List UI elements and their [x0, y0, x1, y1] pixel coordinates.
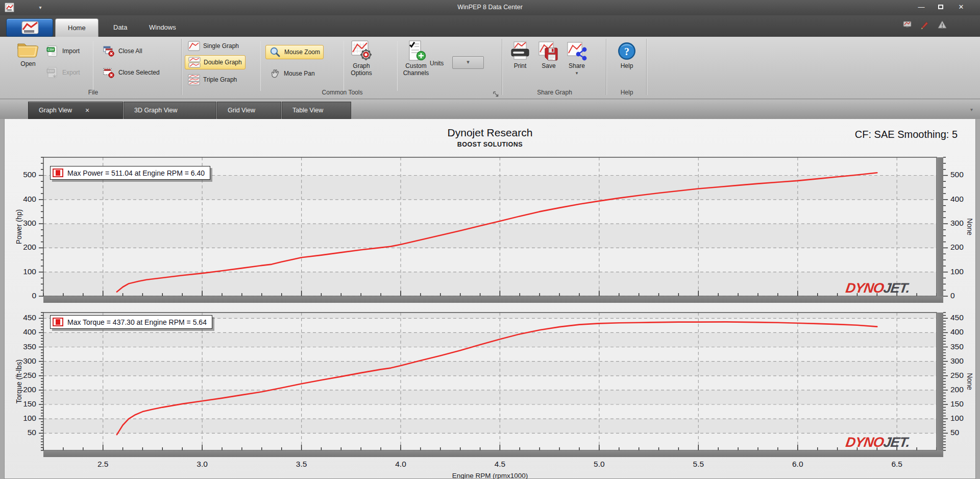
y-tick-label: 500 [7, 170, 36, 179]
group-separator [181, 39, 182, 95]
legend-swatch [53, 169, 63, 177]
mouse-pan-label: Mouse Pan [284, 70, 315, 77]
svg-text:?: ? [624, 46, 629, 57]
save-button[interactable]: Save [536, 41, 561, 69]
share-label: Share [569, 62, 585, 69]
application-menu-button[interactable] [6, 18, 53, 37]
mouse-zoom-button[interactable]: Mouse Zoom [265, 45, 324, 59]
tab-home[interactable]: Home [55, 18, 99, 37]
ribbon: Open CSV Import CSV Export [0, 37, 980, 99]
legend-swatch-square [56, 170, 60, 176]
minimize-button[interactable]: — [914, 2, 929, 12]
x-tick-label: 5.0 [584, 460, 615, 469]
svg-text:CSV: CSV [47, 69, 54, 73]
double-graph-button[interactable]: Double Graph [185, 55, 246, 69]
units-dropdown[interactable]: ▾ [452, 56, 484, 69]
close-all-button[interactable]: Close All [99, 44, 145, 58]
triple-graph-label: Triple Graph [203, 76, 237, 83]
legend-text: Max Torque = 437.30 at Engine RPM = 5.64 [67, 318, 207, 326]
tab-grid-view[interactable]: Grid View [217, 102, 281, 119]
legend-text: Max Power = 511.04 at Engine RPM = 6.40 [67, 169, 205, 177]
y-tick-label: 400 [7, 327, 36, 337]
tab-graph-view[interactable]: Graph View × [28, 102, 123, 119]
tab-table-view[interactable]: Table View [282, 102, 351, 119]
triple-graph-button[interactable]: Triple Graph [185, 73, 240, 87]
share-button[interactable]: Share ▾ [564, 41, 590, 76]
group-label-help: Help [607, 89, 646, 98]
custom-channels-label: Custom Channels [401, 62, 431, 77]
window-title: WinPEP 8 Data Center [0, 4, 980, 11]
plot-bottom-shadow [43, 296, 943, 303]
import-button[interactable]: CSV Import [43, 44, 83, 58]
power-axis-title: Power (hp) [15, 196, 23, 257]
ribbon-tab-strip: Home Data Windows [0, 15, 980, 37]
import-csv-icon: CSV [46, 45, 59, 57]
brush-icon[interactable] [920, 19, 931, 30]
right-axis-title: None [966, 196, 974, 257]
x-tick-label: 5.5 [683, 460, 714, 469]
chevron-down-icon[interactable]: ▾ [970, 107, 973, 112]
close-tab-icon[interactable]: × [85, 106, 89, 114]
y-tick-label-right: 150 [950, 399, 980, 409]
divider [344, 41, 344, 91]
share-icon [566, 41, 587, 61]
correction-smoothing-info: CF: SAE Smoothing: 5 [855, 129, 958, 140]
group-separator [646, 39, 647, 95]
torque-legend[interactable]: Max Torque = 437.30 at Engine RPM = 5.64 [50, 315, 212, 329]
save-floppy-icon [538, 41, 559, 61]
printer-icon [509, 41, 531, 61]
close-button[interactable]: ✕ [953, 2, 969, 12]
y-tick-label-right: 450 [950, 313, 980, 322]
torque-plot-area[interactable] [43, 313, 937, 450]
dynojet-logo: DYNOJET. [845, 280, 911, 296]
x-tick-label: 6.5 [881, 460, 912, 469]
save-label: Save [542, 62, 555, 69]
power-legend[interactable]: Max Power = 511.04 at Engine RPM = 6.40 [50, 166, 210, 180]
divider [260, 41, 261, 91]
x-tick-label: 6.0 [782, 460, 813, 469]
mouse-pan-button[interactable]: Mouse Pan [265, 66, 318, 81]
torque-axis-title: Torque (ft-lbs) [15, 351, 23, 412]
logo-jet: JET. [883, 280, 911, 296]
ribbon-group-share-graph: Print Save [503, 37, 606, 99]
group-separator [606, 39, 607, 95]
close-selected-icon [102, 66, 115, 79]
close-selected-button[interactable]: Close Selected [99, 65, 163, 80]
mouse-zoom-label: Mouse Zoom [284, 49, 320, 56]
maximize-button[interactable] [933, 2, 948, 12]
y-tick-label-right: 500 [950, 170, 980, 179]
help-label: Help [621, 62, 633, 69]
dialog-launcher-icon[interactable] [493, 90, 499, 97]
group-label-file: File [5, 89, 181, 98]
hand-icon [268, 68, 281, 79]
graph-options-button[interactable]: Graph Options [347, 40, 376, 77]
tab-windows[interactable]: Windows [137, 18, 188, 37]
ribbon-group-common-tools: Single Graph Double Graph [183, 37, 502, 99]
y-tick-label: 350 [7, 342, 36, 351]
export-button[interactable]: CSV Export [43, 65, 83, 80]
tab-data[interactable]: Data [101, 18, 139, 37]
torque-plot-svg [43, 313, 937, 450]
close-selected-label: Close Selected [118, 69, 160, 76]
svg-text:CSV: CSV [47, 48, 54, 51]
tab-3d-graph-view[interactable]: 3D Graph View [124, 102, 216, 119]
print-label: Print [514, 62, 527, 69]
single-graph-button[interactable]: Single Graph [185, 39, 242, 53]
graph-options-label: Graph Options [348, 62, 375, 77]
y-tick-label-right: 100 [950, 267, 980, 276]
x-tick-label: 3.0 [187, 460, 217, 469]
magnifier-icon [269, 46, 281, 58]
logo-jet: JET. [883, 435, 911, 450]
help-button[interactable]: ? Help [615, 41, 639, 69]
y-tick-label-right: 0 [950, 291, 980, 300]
open-button[interactable]: Open [12, 40, 44, 67]
custom-channels-button[interactable]: Custom Channels [400, 40, 432, 77]
logo-dyno: DYNO [845, 435, 885, 450]
y-tick-label: 50 [7, 428, 36, 437]
warning-icon[interactable] [937, 19, 948, 30]
import-label: Import [62, 47, 80, 55]
plot-bottom-shadow [43, 450, 943, 457]
print-button[interactable]: Print [506, 41, 534, 69]
monitor-icon[interactable] [902, 19, 914, 30]
ribbon-group-file: Open CSV Import CSV Export [5, 37, 181, 99]
